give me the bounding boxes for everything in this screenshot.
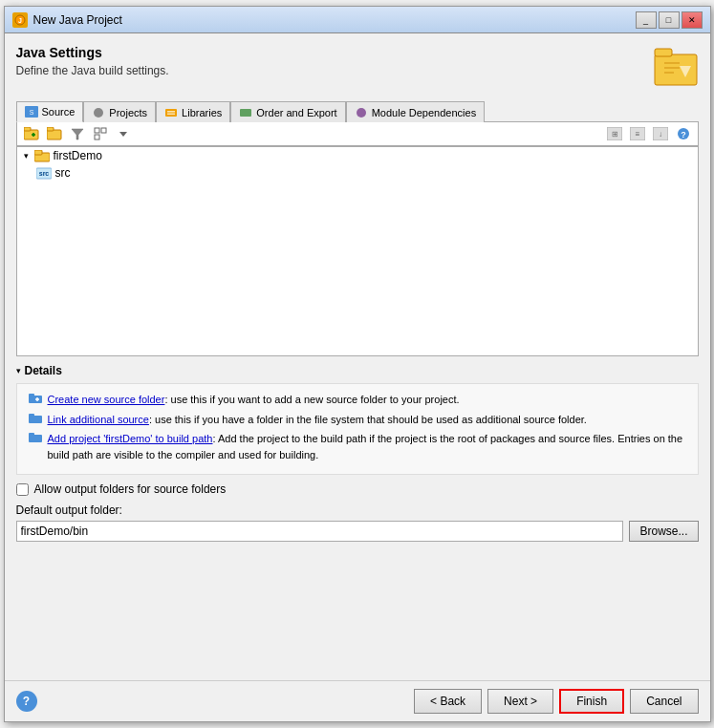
header-section: Java Settings Define the Java build sett… xyxy=(16,45,699,91)
svg-rect-2 xyxy=(655,54,697,85)
add-project-build-path-link[interactable]: Add project 'firstDemo' to build path xyxy=(48,433,213,444)
title-bar: J New Java Project _ □ ✕ xyxy=(5,7,710,33)
tree-label-src: src xyxy=(55,166,71,180)
svg-rect-13 xyxy=(167,113,175,115)
svg-text:↓: ↓ xyxy=(659,130,662,139)
svg-rect-36 xyxy=(34,150,42,155)
dialog-window: J New Java Project _ □ ✕ Java Settings D… xyxy=(4,6,711,722)
svg-rect-6 xyxy=(664,67,680,69)
minimize-button[interactable]: _ xyxy=(636,11,657,29)
header-text: Java Settings Define the Java build sett… xyxy=(16,45,653,77)
svg-point-10 xyxy=(94,108,103,118)
tab-module[interactable]: Module Dependencies xyxy=(346,101,485,122)
detail-row-3: Add project 'firstDemo' to build path: A… xyxy=(29,431,686,462)
svg-text:≡: ≡ xyxy=(635,130,639,139)
svg-rect-24 xyxy=(101,128,106,133)
tree-item-firstdemo[interactable]: ▾ firstDemo xyxy=(17,147,698,164)
close-button[interactable]: ✕ xyxy=(682,11,703,29)
details-label: Details xyxy=(25,364,62,377)
svg-rect-25 xyxy=(95,135,99,139)
svg-rect-21 xyxy=(47,127,54,131)
output-folder-label: Default output folder: xyxy=(16,503,699,517)
finish-button[interactable]: Finish xyxy=(559,689,624,714)
maximize-button[interactable]: □ xyxy=(659,11,680,29)
dialog-body: Java Settings Define the Java build sett… xyxy=(5,33,710,680)
toolbar-help-inline-btn[interactable]: ? xyxy=(673,124,694,143)
svg-text:?: ? xyxy=(681,130,686,139)
svg-rect-11 xyxy=(165,109,177,117)
svg-rect-46 xyxy=(29,433,34,437)
page-title: Java Settings xyxy=(16,45,653,60)
bottom-section: Allow output folders for source folders … xyxy=(16,475,699,549)
detail-row-2: Link additional source: use this if you … xyxy=(29,412,686,428)
toolbar-filter-btn[interactable] xyxy=(67,124,88,143)
output-folder-input-row: Browse... xyxy=(16,521,699,542)
detail-text-2: Link additional source: use this if you … xyxy=(48,412,686,428)
detail-text-1: Create new source folder: use this if yo… xyxy=(48,392,686,408)
footer-right: < Back Next > Finish Cancel xyxy=(414,689,698,714)
help-button[interactable]: ? xyxy=(16,691,37,712)
svg-rect-3 xyxy=(655,49,672,56)
svg-rect-7 xyxy=(664,72,674,74)
detail-row-1: Create new source folder: use this if yo… xyxy=(29,392,686,408)
toolbar-add-folder-btn[interactable] xyxy=(21,124,42,143)
tab-source[interactable]: S Source xyxy=(16,101,84,122)
toolbar-right-btn3[interactable]: ↓ xyxy=(650,124,671,143)
tree-item-src[interactable]: src src xyxy=(17,164,698,182)
allow-output-folders-label: Allow output folders for source folders xyxy=(34,482,227,496)
svg-rect-23 xyxy=(95,128,99,133)
create-source-folder-link[interactable]: Create new source folder xyxy=(48,394,165,405)
details-content: Create new source folder: use this if yo… xyxy=(16,383,699,475)
back-button[interactable]: < Back xyxy=(414,689,482,714)
svg-text:src: src xyxy=(38,170,49,177)
cancel-button[interactable]: Cancel xyxy=(630,689,698,714)
allow-output-folders-row: Allow output folders for source folders xyxy=(16,482,699,496)
tree-label-firstdemo: firstDemo xyxy=(54,149,102,162)
svg-rect-12 xyxy=(167,111,175,113)
dialog-footer: ? < Back Next > Finish Cancel xyxy=(5,680,710,721)
svg-rect-5 xyxy=(664,62,680,64)
allow-output-folders-checkbox[interactable] xyxy=(16,483,29,496)
page-subtitle: Define the Java build settings. xyxy=(16,64,653,77)
toolbar-right-btn2[interactable]: ≡ xyxy=(627,124,648,143)
tab-order[interactable]: Order and Export xyxy=(230,101,345,122)
svg-rect-44 xyxy=(29,414,34,418)
svg-point-15 xyxy=(357,108,366,118)
details-arrow: ▾ xyxy=(16,366,21,375)
tree-arrow-firstdemo: ▾ xyxy=(21,150,32,161)
svg-text:S: S xyxy=(29,109,33,116)
details-section: ▾ Details Create new source folder: use … xyxy=(16,364,699,475)
header-icon xyxy=(653,45,699,91)
footer-left: ? xyxy=(16,691,37,712)
toolbar-collapse-btn[interactable] xyxy=(90,124,111,143)
svg-text:J: J xyxy=(18,17,22,24)
browse-button[interactable]: Browse... xyxy=(629,521,698,542)
tree-panel: ▾ firstDemo src src xyxy=(16,146,699,356)
svg-rect-17 xyxy=(24,127,31,131)
toolbar-right-btn1[interactable]: ⊞ xyxy=(604,124,625,143)
svg-marker-26 xyxy=(119,132,127,137)
svg-text:⊞: ⊞ xyxy=(611,130,617,139)
window-title: New Java Project xyxy=(33,13,636,27)
window-controls: _ □ ✕ xyxy=(636,11,703,29)
next-button[interactable]: Next > xyxy=(487,689,553,714)
window-icon: J xyxy=(12,12,28,28)
svg-marker-22 xyxy=(72,129,83,139)
details-header[interactable]: ▾ Details xyxy=(16,364,699,377)
output-folder-row: Default output folder: Browse... xyxy=(16,503,699,542)
tab-libraries[interactable]: Libraries xyxy=(156,101,230,122)
link-additional-source-link[interactable]: Link additional source xyxy=(48,414,149,425)
tabs-bar: S Source Projects Libraries Order and Ex… xyxy=(16,100,699,122)
toolbar-edit-btn[interactable] xyxy=(44,124,65,143)
toolbar-dropdown-btn[interactable] xyxy=(113,124,134,143)
svg-rect-40 xyxy=(29,394,34,397)
detail-text-3: Add project 'firstDemo' to build path: A… xyxy=(48,431,686,462)
svg-rect-14 xyxy=(240,109,251,117)
output-folder-input[interactable] xyxy=(16,521,624,542)
tab-projects[interactable]: Projects xyxy=(83,101,156,122)
